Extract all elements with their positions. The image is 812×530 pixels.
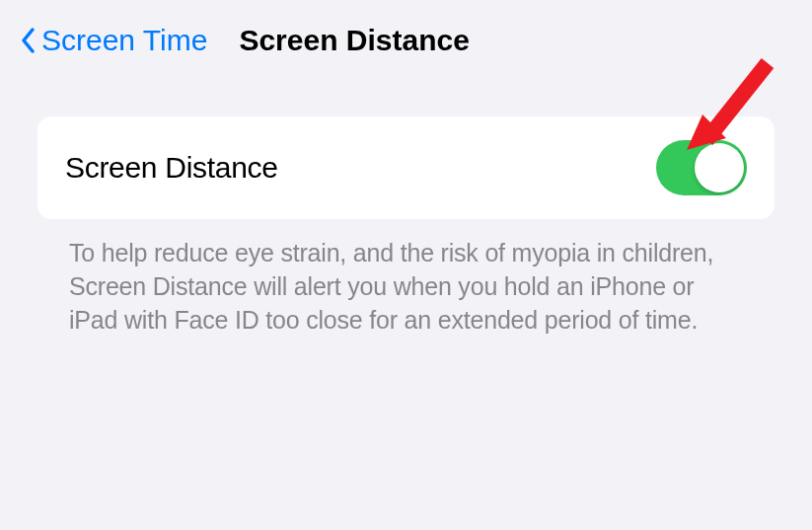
content-area: Screen Distance To help reduce eye strai…	[0, 77, 812, 337]
back-button[interactable]: Screen Time	[20, 24, 207, 57]
screen-distance-row: Screen Distance	[37, 116, 775, 219]
setting-description: To help reduce eye strain, and the risk …	[37, 219, 775, 337]
back-label: Screen Time	[41, 24, 207, 57]
page-title: Screen Distance	[239, 24, 469, 57]
nav-bar: Screen Time Screen Distance	[0, 0, 812, 77]
chevron-left-icon	[20, 26, 37, 55]
screen-distance-toggle[interactable]	[656, 140, 747, 195]
setting-label: Screen Distance	[65, 151, 278, 185]
toggle-knob	[695, 143, 744, 192]
